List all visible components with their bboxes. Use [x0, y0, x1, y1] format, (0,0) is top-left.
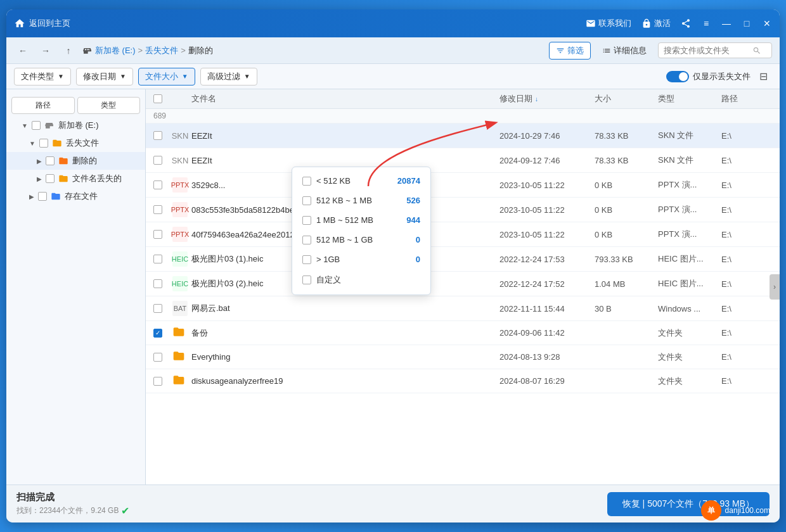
close-button[interactable]: ✕: [762, 18, 772, 28]
row-checkbox-9[interactable]: [153, 329, 162, 338]
dropdown-checkbox-gt1g[interactable]: [302, 255, 311, 264]
file-size-chip[interactable]: 文件大小 ▼: [138, 68, 195, 86]
detail-button[interactable]: 详细信息: [596, 42, 653, 59]
filter-options-icon[interactable]: ⊟: [754, 68, 772, 86]
file-list: 文件名 修改日期 ↓ 大小 类型 路径 689: [146, 89, 780, 484]
chevron-icon-5: ▶: [29, 193, 34, 200]
file-path-9: E:\: [721, 328, 772, 338]
dropdown-item-lt512[interactable]: < 512 KB 20874: [292, 171, 430, 191]
sidebar-item-drive-e[interactable]: ▼ 新加卷 (E:): [6, 117, 145, 134]
dropdown-item-512to1m[interactable]: 512 KB ~ 1 MB 526: [292, 191, 430, 210]
watermark-text: danji100.com: [725, 506, 770, 515]
table-row[interactable]: BAT 网易云.bat 2022-11-11 15:44 30 B Window…: [146, 296, 780, 321]
sidebar-item-name-lost[interactable]: ▶ 文件名丢失的: [6, 170, 145, 187]
row-checkbox-2[interactable]: [153, 156, 162, 165]
file-path-8: E:\: [721, 304, 772, 314]
table-row[interactable]: SKN EEZIt 2024-09-12 7:46 78.33 KB SKN 文…: [146, 148, 780, 173]
dropdown-label-custom: 自定义: [316, 274, 341, 286]
filter-button[interactable]: 筛选: [549, 42, 591, 60]
table-row[interactable]: PPTX 40f759463ea426a24ee2012e5... 2023-1…: [146, 222, 780, 247]
sidebar-item-deleted[interactable]: ▶ 删除的: [6, 152, 145, 170]
share-button[interactable]: [681, 18, 691, 28]
minimize-button[interactable]: —: [721, 18, 731, 28]
row-checkbox-6[interactable]: [153, 255, 162, 263]
back-button[interactable]: ←: [14, 42, 32, 60]
row-checkbox-1[interactable]: [153, 131, 162, 140]
dropdown-label-gt1g: > 1GB: [316, 255, 340, 264]
forward-button[interactable]: →: [37, 42, 55, 60]
file-date-7: 2022-12-24 17:52: [499, 279, 595, 289]
activate-label: 激活: [654, 18, 671, 29]
table-row[interactable]: SKN EEZIt 2024-10-29 7:46 78.33 KB SKN 文…: [146, 124, 780, 148]
row-checkbox-11[interactable]: [153, 377, 162, 386]
file-icon-3: PPTX: [172, 177, 188, 193]
col-type-header[interactable]: 类型: [658, 93, 721, 104]
file-type-1: SKN 文件: [658, 130, 721, 141]
row-checkbox-4[interactable]: [153, 205, 162, 214]
col-path-header[interactable]: 路径: [721, 93, 772, 104]
row-checkbox-8[interactable]: [153, 304, 162, 313]
table-row[interactable]: HEIC 极光图片03 (1).heic 2022-12-24 17:53 79…: [146, 247, 780, 272]
modify-date-chip[interactable]: 修改日期 ▼: [76, 68, 133, 86]
search-input[interactable]: [664, 46, 752, 55]
dropdown-item-gt1g[interactable]: > 1GB 0: [292, 250, 430, 269]
table-row[interactable]: PPTX 083c553fe3b5da58122b4be0c... 2023-1…: [146, 198, 780, 222]
checkbox-existing[interactable]: [38, 192, 47, 201]
count-value: 689: [153, 111, 166, 120]
dropdown-checkbox-512mto1g[interactable]: [302, 236, 311, 244]
contact-button[interactable]: 联系我们: [586, 18, 631, 29]
up-button[interactable]: ↑: [60, 42, 77, 60]
checkbox-lost-files[interactable]: [39, 139, 48, 148]
activate-button[interactable]: 激活: [641, 18, 671, 29]
checkbox-deleted[interactable]: [46, 156, 55, 165]
file-date-6: 2022-12-24 17:53: [499, 255, 595, 264]
dropdown-checkbox-512to1m[interactable]: [302, 196, 311, 205]
path-type-row: 路径 类型: [6, 94, 145, 117]
dropdown-checkbox-1mto512m[interactable]: [302, 216, 311, 225]
switch-track[interactable]: [666, 71, 689, 82]
row-checkbox-5[interactable]: [153, 230, 162, 239]
row-checkbox-7[interactable]: [153, 279, 162, 288]
select-all-checkbox[interactable]: [153, 94, 162, 103]
file-type-11: 文件夹: [658, 376, 721, 387]
title-bar: 返回到主页 联系我们 激活 ≡ — □ ✕: [6, 10, 780, 37]
col-date-header[interactable]: 修改日期 ↓: [499, 93, 595, 104]
dropdown-checkbox-custom[interactable]: [302, 276, 311, 284]
dropdown-checkbox-lt512[interactable]: [302, 177, 311, 186]
table-row[interactable]: PPTX 3529c8... 2023-10-05 11:22 0 KB PPT…: [146, 173, 780, 198]
breadcrumb-drive[interactable]: 新加卷 (E:): [95, 45, 136, 56]
advanced-filter-chip[interactable]: 高级过滤 ▼: [200, 68, 257, 86]
sidebar-item-existing[interactable]: ▶ 存在文件: [6, 187, 145, 205]
sidebar-lost-label: 丢失文件: [66, 137, 99, 149]
filter-label: 筛选: [567, 45, 584, 56]
col-size-header[interactable]: 大小: [595, 93, 658, 104]
file-type-chip[interactable]: 文件类型 ▼: [14, 68, 71, 86]
path-button[interactable]: 路径: [11, 97, 75, 114]
nav-right: 筛选 详细信息: [549, 42, 772, 60]
table-row[interactable]: 备份 2024-09-06 11:42 文件夹 E:\: [146, 321, 780, 345]
lock-icon: [641, 18, 652, 28]
checkbox-name-lost[interactable]: [46, 174, 55, 183]
menu-button[interactable]: ≡: [701, 18, 711, 28]
row-checkbox-3[interactable]: [153, 180, 162, 189]
home-button[interactable]: 返回到主页: [14, 18, 70, 29]
checkbox-drive-e[interactable]: [32, 121, 41, 130]
maximize-button[interactable]: □: [742, 18, 752, 28]
table-row[interactable]: diskusageanalyzerfree19 2024-08-07 16:29…: [146, 369, 780, 393]
sort-icon: ↓: [535, 96, 538, 103]
dropdown-item-1mto512m[interactable]: 1 MB ~ 512 MB 944: [292, 210, 430, 230]
collapse-panel-button[interactable]: ›: [770, 274, 780, 300]
table-row[interactable]: HEIC 极光图片03 (2).heic 2022-12-24 17:52 1.…: [146, 272, 780, 296]
table-row[interactable]: Everything 2024-08-13 9:28 文件夹 E:\: [146, 345, 780, 369]
sidebar-item-lost-files[interactable]: ▼ 丢失文件: [6, 134, 145, 152]
type-button[interactable]: 类型: [77, 97, 141, 114]
dropdown-item-custom[interactable]: 自定义: [292, 269, 430, 291]
col-name-header[interactable]: 文件名: [191, 93, 499, 104]
dropdown-item-512mto1g[interactable]: 512 MB ~ 1 GB 0: [292, 230, 430, 250]
breadcrumb: 新加卷 (E:) > 丢失文件 > 删除的: [82, 45, 544, 56]
advanced-filter-arrow: ▼: [244, 73, 250, 80]
row-checkbox-10[interactable]: [153, 353, 162, 362]
search-icon[interactable]: [752, 46, 761, 55]
breadcrumb-folder1[interactable]: 丢失文件: [145, 45, 178, 56]
file-date-5: 2023-10-05 11:22: [499, 230, 595, 239]
